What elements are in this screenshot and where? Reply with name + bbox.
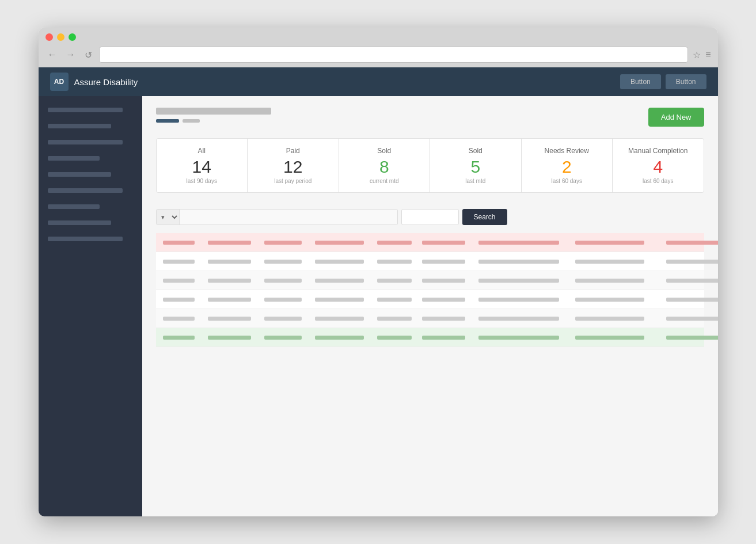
cell [163,260,195,264]
cell [315,298,364,302]
cell [478,298,559,302]
cell [264,336,302,340]
page-header: Add New [156,108,704,127]
stats-row: All 14 last 90 days Paid 12 last pay per… [156,138,704,193]
add-new-button[interactable]: Add New [648,108,704,127]
stat-card-sold-last[interactable]: Sold 5 last mtd [430,139,521,192]
sidebar-item-label [48,108,123,112]
stat-card-sold-current[interactable]: Sold 8 current mtd [339,139,430,192]
back-button[interactable]: ← [45,48,59,61]
tab-inactive[interactable] [183,119,200,123]
stat-card-paid[interactable]: Paid 12 last pay period [248,139,339,192]
sidebar-item-label [48,237,123,241]
header-button-1[interactable]: Button [620,74,661,89]
cell [163,317,195,321]
stat-value-paid: 12 [254,158,332,176]
stat-sublabel-sold-last: last mtd [437,178,514,184]
app-body: Add New All 14 last 90 days Paid 12 last… [39,96,718,516]
cell [208,317,251,321]
cell [315,317,364,321]
cell [264,260,302,264]
table-row [156,233,704,252]
cell [264,241,302,245]
forward-button[interactable]: → [64,48,78,61]
close-dot[interactable] [45,33,53,41]
sidebar-item-2[interactable] [39,118,142,134]
search-input-wrapper: ▾ [156,209,398,225]
search-type-select[interactable]: ▾ [157,210,180,225]
cell [264,279,302,283]
stat-value-all: 14 [164,158,241,176]
search-bar: ▾ Search [156,209,704,225]
cell [478,241,559,245]
app-header: AD Assure Disability Button Button [39,67,718,96]
stat-label-needs-review: Needs Review [529,147,606,155]
search-value-input[interactable] [401,209,459,225]
data-table [156,233,704,347]
cell [264,317,302,321]
sidebar-item-7[interactable] [39,199,142,215]
stat-label-paid: Paid [254,147,332,155]
tab-active[interactable] [156,119,179,123]
cell [575,260,644,264]
stat-value-sold-current: 8 [346,158,423,176]
sidebar [39,96,142,516]
stat-card-needs-review[interactable]: Needs Review 2 last 60 days [522,139,613,192]
stat-card-all[interactable]: All 14 last 90 days [157,139,248,192]
stat-label-manual-completion: Manual Completion [620,147,697,155]
cell [666,241,718,245]
cell [575,241,644,245]
maximize-dot[interactable] [69,33,76,41]
cell [575,317,644,321]
stat-sublabel-all: last 90 days [164,178,241,184]
sidebar-item-label [48,188,123,193]
refresh-button[interactable]: ↺ [82,48,94,62]
sidebar-item-label [48,220,111,225]
stat-sublabel-needs-review: last 60 days [529,178,606,184]
sidebar-item-label [48,124,111,128]
stat-card-manual-completion[interactable]: Manual Completion 4 last 60 days [613,139,704,192]
sidebar-item-5[interactable] [39,166,142,182]
star-icon[interactable]: ☆ [693,50,701,60]
address-bar[interactable] [99,47,689,63]
browser-chrome: ← → ↺ ☆ ≡ [39,28,718,67]
sidebar-item-1[interactable] [39,102,142,118]
minimize-dot[interactable] [57,33,64,41]
table-row [156,309,704,328]
cell [575,298,644,302]
sidebar-item-4[interactable] [39,150,142,166]
cell [377,317,412,321]
sidebar-item-8[interactable] [39,215,142,231]
sidebar-item-label [48,204,100,209]
menu-icon[interactable]: ≡ [705,50,711,60]
stat-label-sold-current: Sold [346,147,423,155]
app-container: AD Assure Disability Button Button [39,67,718,516]
cell [315,336,364,340]
table-row [156,252,704,271]
cell [208,260,251,264]
cell [315,260,364,264]
page-title-area [156,108,271,123]
app-name: Assure Disability [74,77,138,87]
header-button-2[interactable]: Button [666,74,706,89]
cell [478,260,559,264]
sidebar-item-9[interactable] [39,231,142,247]
sidebar-item-6[interactable] [39,182,142,199]
stat-sublabel-paid: last pay period [254,178,332,184]
search-button[interactable]: Search [462,209,507,225]
app-logo: AD Assure Disability [50,73,138,91]
main-content: Add New All 14 last 90 days Paid 12 last… [142,96,718,516]
search-text-input[interactable] [180,210,397,225]
browser-dots [45,33,711,41]
sidebar-item-3[interactable] [39,134,142,150]
cell [377,279,412,283]
table-row [156,271,704,290]
sidebar-item-label [48,140,123,144]
logo-icon: AD [50,73,69,91]
cell [478,317,559,321]
cell [478,279,559,283]
cell [377,336,412,340]
cell [422,260,465,264]
cell [377,260,412,264]
stat-value-manual-completion: 4 [620,158,697,176]
